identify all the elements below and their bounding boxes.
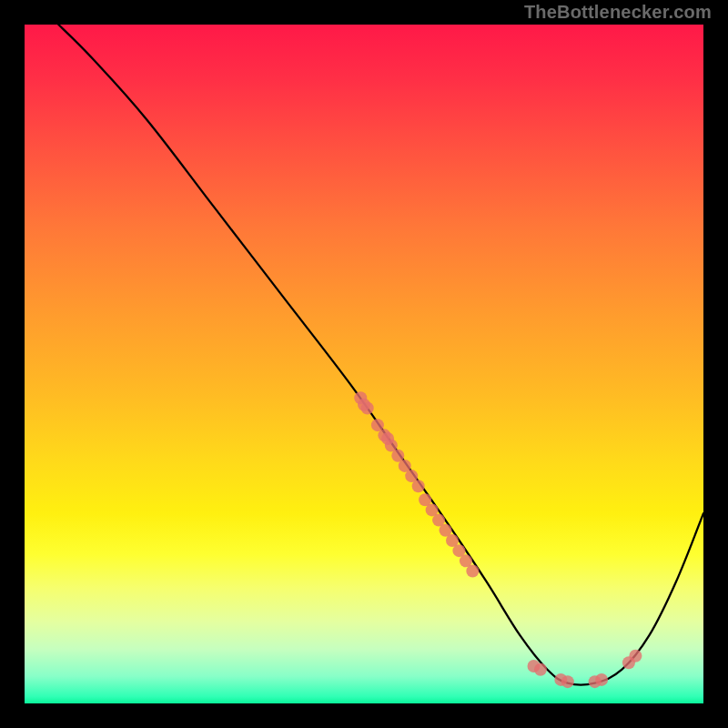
attribution-text: TheBottlenecker.com bbox=[524, 2, 712, 23]
data-point bbox=[534, 663, 547, 676]
chart-container: TheBottlenecker.com bbox=[0, 0, 728, 728]
data-point bbox=[629, 650, 642, 662]
data-point bbox=[561, 675, 574, 688]
data-point bbox=[595, 673, 608, 686]
plot-area bbox=[25, 25, 703, 703]
data-point bbox=[466, 565, 479, 578]
data-point bbox=[412, 480, 425, 492]
data-points bbox=[25, 25, 703, 703]
data-point bbox=[361, 401, 374, 414]
